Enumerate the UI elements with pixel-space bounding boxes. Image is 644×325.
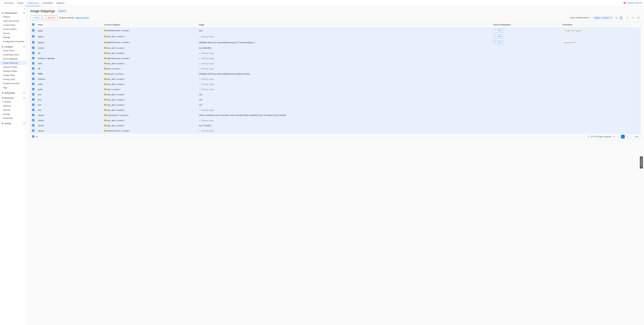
next-page-button[interactable]: › [630,135,634,138]
row-checkbox[interactable] [32,29,34,32]
footer-checkbox[interactable] [32,135,34,138]
header-name[interactable]: Name [36,22,102,28]
view-ungrouped-button[interactable]: VIEW UNGROUPED ▾ [568,16,592,20]
sidebar-item-pricing-cards[interactable]: Pricing Cards [0,77,26,81]
sidebar-item-compute[interactable]: Compute [0,100,26,104]
sidebar-item-cloud-zones[interactable]: Cloud Zones [0,49,26,53]
row-name[interactable]: petko [36,87,102,92]
row-checkbox[interactable] [32,73,34,75]
sidebar-section-header-activity[interactable]: ⚙ Activity ▾ [0,121,26,125]
select-all-link[interactable]: Select 24 items [76,17,89,19]
row-name[interactable]: ubuntu [36,128,102,133]
header-constraints[interactable]: Constraints [560,22,640,28]
view-button[interactable]: 👁 VIEW [493,35,504,38]
row-checkbox[interactable] [32,124,34,126]
row-checkbox[interactable] [32,78,34,80]
collapse-button[interactable]: « [24,7,25,10]
row-checkbox[interactable] [32,109,34,111]
row-name[interactable]: test [36,92,102,97]
row-checkbox[interactable] [32,119,34,121]
nav-infrastructure[interactable]: Infrastructure [26,0,41,6]
sidebar-item-tags[interactable]: Tags [0,86,26,90]
row-checkbox[interactable] [32,47,34,49]
row-name[interactable]: test [36,97,102,102]
edit-button[interactable]: ✏ EDIT [30,16,42,20]
nav-extensibility[interactable]: Extensibility [40,0,55,6]
row-name[interactable]: coreos [36,46,102,51]
row-checkbox[interactable] [32,83,34,85]
sidebar-item-storage-profiles[interactable]: Storage Profiles [0,69,26,73]
page-1-button[interactable]: 1 [621,135,625,138]
nav-migration[interactable]: Migration [55,0,66,6]
last-page-button[interactable]: ⋙ [635,135,638,138]
row-checkbox[interactable] [32,62,34,64]
sidebar-item-config-props[interactable]: Configuration Properties [0,40,26,44]
sidebar-item-kubernetes[interactable]: Kubernetes [0,116,26,120]
sidebar-item-networks[interactable]: Networks [0,104,26,108]
select-all-checkbox[interactable] [32,24,34,26]
row-checkbox[interactable] [32,57,34,59]
row-checkbox[interactable] [32,98,34,101]
sidebar-item-storage[interactable]: Storage [0,112,26,116]
view-button[interactable]: 👁 VIEW [493,29,504,32]
sidebar-section-header-configure[interactable]: ⚙ Configure ▾ [0,45,26,49]
delete-button[interactable]: ✕ DELETE [43,16,58,20]
feedback-tab[interactable]: FEEDBACK [640,156,643,168]
info-button[interactable]: ℹ [625,16,630,20]
add-filter-button[interactable]: Add filter... [620,16,624,20]
row-checkbox[interactable] [32,104,34,106]
sidebar-item-terraform-versions[interactable]: Terraform Versions [0,81,26,86]
row-checkbox[interactable] [32,130,34,132]
sidebar-section-header-onboarding[interactable]: ⚙ Onboarding ▾ [0,91,26,95]
sidebar-section-header-resources[interactable]: ⚙ Resources ▾ [0,96,26,100]
sidebar-item-secrets[interactable]: Secrets [0,31,26,35]
sidebar-item-custom-names[interactable]: Custom Names [0,27,26,31]
row-checkbox[interactable] [32,35,34,38]
sidebar-item-custom-roles[interactable]: Custom Roles [0,23,26,27]
row-name[interactable]: test [36,108,102,113]
sidebar-item-cluster-plans[interactable]: Cluster Plans [0,73,26,77]
row-checkbox[interactable] [32,41,34,43]
nav-design[interactable]: Design [16,0,25,6]
sidebar-item-kubernetes-zones[interactable]: Kubernetes Zones [0,53,26,57]
row-name[interactable]: agag [36,28,102,34]
filter-chip-remove[interactable]: ✕ [610,17,612,19]
row-name[interactable]: dsafasd + dgdasgd [36,56,102,61]
sidebar-item-projects[interactable]: Projects [0,15,26,19]
row-name[interactable]: test [36,102,102,108]
row-name[interactable]: ubuntu [36,123,102,128]
row-checkbox[interactable] [32,88,34,90]
row-name[interactable]: ubuntu [36,118,102,123]
row-checkbox[interactable] [32,67,34,70]
row-name[interactable]: dd [36,51,102,56]
sidebar-item-users-groups[interactable]: Users and Groups [0,19,26,23]
first-page-button[interactable]: ⋘ [612,135,616,138]
sidebar-item-security[interactable]: Security [0,108,26,112]
row-name[interactable]: alpine [36,34,102,40]
row-name[interactable]: fasd [36,61,102,66]
row-checkbox[interactable] [32,114,34,116]
columns-button[interactable]: ⊞ [636,16,640,20]
header-account-regions[interactable]: Account / Regions [102,22,197,28]
row-name[interactable]: islavov2 [36,77,102,82]
row-name[interactable]: fffffffh [36,71,102,77]
view-button[interactable]: 👁 VIEW [493,41,504,44]
row-checkbox[interactable] [32,93,34,95]
row-checkbox[interactable] [32,52,34,54]
header-cloud-config[interactable]: Cloud Configuration [491,22,560,28]
prev-page-button[interactable]: ‹ [616,135,620,138]
sidebar-item-flavor-mappings[interactable]: Flavor Mappings [0,57,26,61]
guided-setup-button[interactable]: 🎯 GUIDED SETUP [623,2,642,4]
page-2-button[interactable]: 2 [626,135,629,138]
sidebar-item-settings[interactable]: Settings [0,35,26,40]
sidebar-section-header-administration[interactable]: ⚙ Administration ▾ [0,11,26,15]
row-name[interactable]: alpinee [36,40,102,46]
row-name[interactable]: ffff [36,66,102,71]
nav-resources[interactable]: Resources [2,0,16,6]
header-image[interactable]: Image [197,22,491,28]
sidebar-item-image-mappings[interactable]: Image Mappings [0,61,26,65]
row-name[interactable]: petko [36,82,102,87]
search-button[interactable]: 🔍 [614,16,618,20]
refresh-button[interactable]: ↻ [630,16,635,20]
sidebar-item-network-profiles[interactable]: Network Profiles [0,65,26,69]
